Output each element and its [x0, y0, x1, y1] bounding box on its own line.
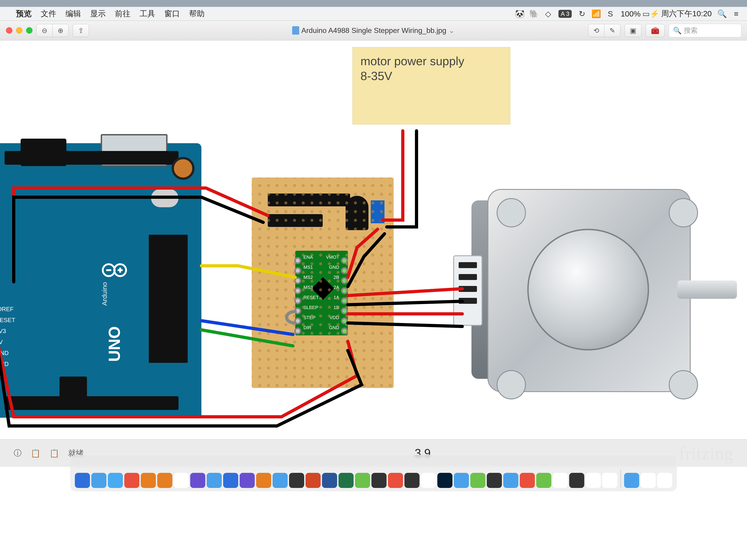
info-icon[interactable]: ⓘ	[14, 448, 22, 458]
mac-menubar: 预览 文件 编辑 显示 前往 工具 窗口 帮助 🐼 🐘 ◇ A 3 ↻ 📶 S …	[0, 7, 747, 21]
dock-mail[interactable]	[108, 473, 123, 488]
dock-terminal[interactable]	[569, 473, 584, 488]
close-button[interactable]	[6, 27, 12, 34]
dock-tex[interactable]	[487, 473, 502, 488]
power-supply-note: motor power supply 8-35V	[353, 47, 510, 125]
dock-wechat[interactable]	[355, 473, 370, 488]
dock-trash[interactable]	[657, 473, 672, 488]
spotlight-icon[interactable]: 🔍	[718, 10, 726, 18]
menu-view[interactable]: 显示	[90, 8, 106, 19]
perf-header-2	[268, 214, 323, 227]
dock-pages[interactable]	[586, 473, 601, 488]
dock-appstore[interactable]	[273, 473, 288, 488]
dock-messages[interactable]	[207, 473, 222, 488]
document-title[interactable]: Arduino A4988 Single Stepper Wiring_bb.j…	[292, 26, 455, 35]
dock-excel[interactable]	[338, 473, 354, 488]
dock-documents[interactable]	[641, 473, 656, 488]
mount-hole	[497, 198, 526, 228]
dock-chrome[interactable]	[602, 473, 617, 488]
atmega-chip	[149, 235, 188, 363]
status-battery-icon[interactable]: ▭⚡	[647, 10, 655, 18]
search-input[interactable]: 🔍 搜索	[669, 24, 742, 37]
dock-evernote[interactable]	[536, 473, 551, 488]
dock-vlc[interactable]	[503, 473, 518, 488]
power-pin-labels: IOREF RESET 3V3 5V GND GND VIN	[0, 303, 15, 381]
jpg-file-icon	[292, 26, 299, 34]
dock-amap[interactable]	[388, 473, 403, 488]
dock-qq[interactable]	[371, 473, 387, 488]
dock-reminders[interactable]	[157, 473, 172, 488]
reset-button	[172, 157, 195, 180]
crystal	[151, 189, 179, 207]
arduino-logo: Arduino	[101, 262, 128, 322]
dock-skype[interactable]	[454, 473, 469, 488]
pencil-icon: ✎	[610, 27, 615, 34]
dock-slack[interactable]	[421, 473, 436, 488]
markup-pencil-button[interactable]: ✎	[604, 24, 620, 37]
status-evernote-icon[interactable]: 🐘	[530, 10, 538, 18]
stepper-motor	[471, 173, 705, 406]
zoom-in-button[interactable]: ⊕	[52, 24, 69, 37]
dock-preview[interactable]	[553, 473, 568, 488]
toolbox-icon: 🧰	[651, 27, 659, 34]
window-controls	[6, 27, 32, 34]
menu-help[interactable]: 帮助	[189, 8, 205, 19]
dock-itunes[interactable]	[240, 473, 255, 488]
status-adobe-badge[interactable]: A 3	[559, 10, 572, 18]
dock-autodesk[interactable]	[404, 473, 419, 488]
crop-icon: ▣	[630, 27, 636, 34]
zoom-out-button[interactable]: ⊖	[36, 24, 53, 37]
dock-photos[interactable]	[190, 473, 205, 488]
power-analog-header	[5, 396, 179, 410]
status-timemachine-icon[interactable]: ↻	[578, 10, 586, 18]
menu-tools[interactable]: 工具	[139, 8, 155, 19]
app-name-menu[interactable]: 预览	[16, 8, 32, 19]
clipboard-icon[interactable]: 📋	[49, 449, 59, 458]
dock-safari[interactable]	[91, 473, 106, 488]
perfboard: ENA MS1 MS2 MS3 RESET SLEEP STEP DIR VMO…	[252, 178, 394, 388]
crop-button[interactable]: ▣	[624, 24, 642, 37]
rotate-icon: ⟲	[593, 27, 599, 34]
dock-powerpoint[interactable]	[306, 473, 320, 488]
status-clock[interactable]: 周六下午10:20	[661, 8, 712, 19]
menu-window[interactable]: 窗口	[164, 8, 180, 19]
share-button[interactable]: ⇪	[73, 24, 89, 37]
preview-toolbar: ⊖ ⊕ ⇪ Arduino A4988 Single Stepper Wirin…	[0, 21, 747, 41]
dock-photoshop[interactable]	[437, 473, 453, 488]
status-panda-icon[interactable]: 🐼	[516, 10, 524, 18]
dock-arduino[interactable]	[470, 473, 485, 488]
dock	[70, 455, 677, 491]
mount-hole	[669, 370, 698, 399]
rotate-button[interactable]: ⟲	[588, 24, 604, 37]
dock-ibooks[interactable]	[256, 473, 271, 488]
dock-contacts[interactable]	[141, 473, 156, 488]
dock-calendar[interactable]	[124, 473, 139, 488]
search-icon: 🔍	[673, 27, 681, 34]
digital-header	[5, 151, 179, 165]
perf-header-1	[268, 193, 350, 206]
a4988-left-labels: ENA MS1 MS2 MS3 RESET SLEEP STEP DIR	[304, 252, 319, 332]
paste-icon[interactable]: 📋	[31, 449, 40, 458]
dock-finder[interactable]	[75, 473, 90, 488]
arduino-uno-board: Arduino UNO IOREF RESET 3V3 5V GND GND V…	[0, 143, 201, 418]
status-wifi-icon[interactable]: 📶	[592, 10, 600, 18]
menu-go[interactable]: 前往	[115, 8, 130, 19]
mount-hole	[669, 198, 698, 228]
capacitor	[345, 196, 368, 230]
status-sogou-icon[interactable]: S	[607, 10, 614, 18]
minimize-button[interactable]	[16, 27, 22, 34]
dock-facetime[interactable]	[223, 473, 238, 488]
menu-edit[interactable]: 编辑	[66, 8, 81, 19]
dock-pdf[interactable]	[520, 473, 535, 488]
dock-downloads[interactable]	[624, 473, 639, 488]
plus-icon: ⊕	[58, 27, 63, 34]
dock-word[interactable]	[322, 473, 337, 488]
menu-file[interactable]: 文件	[41, 8, 56, 19]
toolbox-button[interactable]: 🧰	[646, 24, 665, 37]
status-dropbox-icon[interactable]: ◇	[544, 10, 552, 18]
motor-connector	[453, 255, 483, 326]
dock-notes[interactable]	[174, 473, 189, 488]
dock-keynote[interactable]	[289, 473, 304, 488]
fullscreen-button[interactable]	[26, 27, 32, 34]
notification-center-icon[interactable]: ≡	[732, 10, 740, 18]
